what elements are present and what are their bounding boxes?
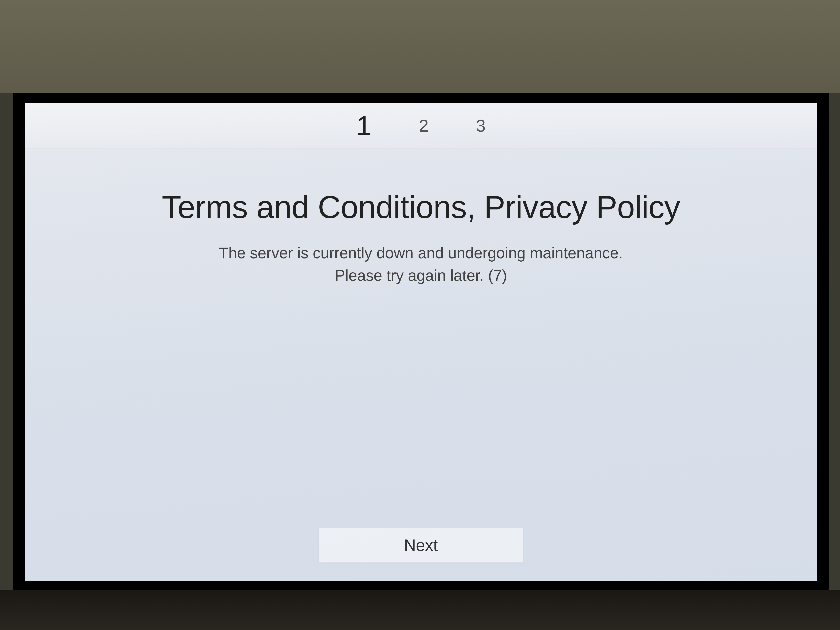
error-message-line2: Please try again later. (7) [219,264,623,287]
error-message-line1: The server is currently down and undergo… [219,242,623,264]
room-floor-shadow [0,590,840,630]
tv-screen: 1 2 3 Terms and Conditions, Privacy Poli… [25,103,817,581]
main-content: Terms and Conditions, Privacy Policy The… [25,148,817,528]
footer-bar: Next [25,528,817,581]
page-title: Terms and Conditions, Privacy Policy [162,189,680,225]
room-wall-background [0,0,840,93]
next-button[interactable]: Next [319,528,523,562]
tv-bezel: 1 2 3 Terms and Conditions, Privacy Poli… [13,93,829,590]
step-2: 2 [419,116,429,136]
step-3: 3 [476,116,486,136]
step-1: 1 [356,110,371,142]
error-message: The server is currently down and undergo… [219,242,623,287]
step-indicator-bar: 1 2 3 [25,103,817,148]
